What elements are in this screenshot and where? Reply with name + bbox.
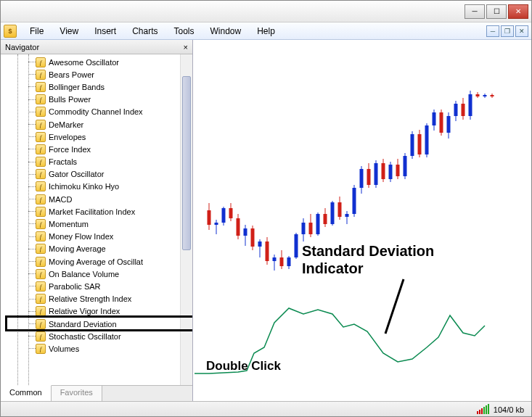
indicator-item[interactable]: fMomentum: [1, 218, 192, 230]
svg-rect-39: [345, 214, 349, 217]
indicator-item[interactable]: fForce Index: [1, 143, 192, 155]
svg-rect-17: [266, 241, 269, 261]
indicator-item[interactable]: fVolumes: [1, 342, 192, 355]
indicator-icon: f: [36, 344, 46, 354]
indicator-icon: f: [36, 281, 46, 292]
menu-file[interactable]: File: [22, 25, 51, 38]
svg-rect-75: [476, 94, 480, 96]
menu-view[interactable]: View: [52, 25, 86, 38]
indicator-item[interactable]: fMoving Average: [1, 243, 192, 255]
svg-rect-41: [353, 188, 356, 214]
indicator-label: Bears Power: [49, 70, 94, 79]
indicator-label: Fractals: [49, 157, 77, 166]
indicator-label: Moving Average: [49, 244, 106, 253]
indicator-icon: f: [36, 169, 46, 179]
maximize-button[interactable]: ☐: [486, 4, 507, 19]
indicator-label: Market Facilitation Index: [49, 207, 135, 216]
indicator-item[interactable]: fBollinger Bands: [1, 80, 192, 93]
indicator-label: Awesome Oscillator: [49, 58, 119, 67]
indicator-item[interactable]: fRelative Vigor Index: [1, 305, 192, 318]
svg-rect-27: [302, 223, 306, 234]
minimize-button[interactable]: ─: [465, 4, 485, 19]
status-bar: 104/0 kb: [1, 401, 531, 417]
svg-rect-73: [469, 94, 472, 116]
indicator-label: On Balance Volume: [49, 270, 119, 278]
menu-bar: $ File View Insert Charts Tools Window H…: [1, 22, 531, 40]
tab-common[interactable]: Common: [1, 385, 52, 401]
svg-rect-49: [382, 163, 385, 179]
svg-rect-47: [375, 163, 378, 185]
indicator-icon: f: [36, 269, 46, 279]
indicator-icon: f: [36, 244, 46, 254]
indicator-label: Momentum: [49, 220, 89, 228]
indicator-icon: f: [36, 306, 46, 316]
mdi-restore-button[interactable]: ❐: [501, 25, 514, 37]
indicator-item[interactable]: fCommodity Channel Index: [1, 106, 192, 118]
navigator-scrollbar[interactable]: [180, 54, 192, 385]
indicator-item[interactable]: fMoving Average of Oscillat: [1, 255, 192, 268]
svg-rect-11: [244, 228, 247, 236]
indicator-item[interactable]: fStochastic Oscillator: [1, 330, 192, 342]
tab-favorites[interactable]: Favorites: [52, 386, 102, 401]
indicator-icon: f: [36, 70, 46, 80]
svg-rect-21: [280, 257, 284, 266]
svg-rect-35: [331, 202, 335, 224]
navigator-tree[interactable]: fAwesome OscillatorfBears PowerfBollinge…: [1, 54, 192, 385]
navigator-close-icon[interactable]: ×: [184, 43, 188, 51]
indicator-item[interactable]: fFractals: [1, 156, 192, 168]
annotation-hint: Double Click: [206, 359, 281, 373]
mdi-close-button[interactable]: ✕: [515, 25, 528, 37]
indicator-item[interactable]: fIchimoku Kinko Hyo: [1, 181, 192, 193]
indicator-icon: f: [36, 257, 46, 267]
indicator-item[interactable]: fMarket Facilitation Index: [1, 205, 192, 218]
indicator-label: Volumes: [49, 344, 79, 353]
navigator-title: Navigator: [5, 43, 39, 51]
indicator-item[interactable]: fStandard Deviation: [1, 318, 192, 330]
indicator-label: Money Flow Index: [49, 232, 113, 241]
indicator-label: Force Index: [49, 145, 91, 154]
app-icon: $: [4, 25, 17, 38]
svg-rect-51: [389, 165, 393, 179]
indicator-item[interactable]: fOn Balance Volume: [1, 268, 192, 280]
svg-rect-55: [404, 156, 407, 176]
indicator-item[interactable]: fGator Oscillator: [1, 168, 192, 181]
menu-tools[interactable]: Tools: [167, 25, 202, 38]
svg-rect-69: [454, 104, 458, 116]
indicator-item[interactable]: fRelative Strength Index: [1, 293, 192, 305]
indicator-item[interactable]: fMoney Flow Index: [1, 231, 192, 243]
price-chart[interactable]: [193, 40, 531, 401]
menu-help[interactable]: Help: [250, 25, 282, 38]
mdi-minimize-button[interactable]: ─: [486, 25, 499, 37]
indicator-item[interactable]: fParabolic SAR: [1, 280, 192, 292]
indicator-item[interactable]: fEnvelopes: [1, 131, 192, 143]
indicator-icon: f: [36, 207, 46, 217]
indicator-icon: f: [36, 294, 46, 304]
close-button[interactable]: ✕: [508, 4, 528, 19]
indicator-item[interactable]: fBulls Power: [1, 94, 192, 106]
indicator-item[interactable]: fDeMarker: [1, 118, 192, 131]
indicator-label: Standard Deviation: [49, 320, 117, 329]
indicator-icon: f: [36, 157, 46, 167]
scrollbar-thumb[interactable]: [182, 76, 191, 250]
indicator-item[interactable]: fBears Power: [1, 68, 192, 80]
svg-rect-63: [433, 112, 436, 125]
indicator-label: Ichimoku Kinko Hyo: [49, 182, 119, 191]
window-titlebar: ─ ☐ ✕: [1, 1, 531, 22]
indicator-icon: f: [36, 194, 46, 205]
menu-insert[interactable]: Insert: [87, 25, 123, 38]
svg-rect-3: [215, 223, 218, 225]
svg-rect-9: [237, 218, 240, 236]
svg-rect-77: [483, 95, 487, 96]
navigator-header: Navigator ×: [1, 40, 192, 54]
indicator-item[interactable]: fMACD: [1, 193, 192, 205]
svg-rect-5: [222, 208, 226, 223]
menu-charts[interactable]: Charts: [125, 25, 165, 38]
indicator-label: Bollinger Bands: [49, 83, 105, 91]
svg-rect-1: [208, 210, 211, 225]
menu-window[interactable]: Window: [203, 25, 249, 38]
svg-rect-23: [287, 257, 291, 266]
indicator-item[interactable]: fAwesome Oscillator: [1, 56, 192, 68]
svg-rect-19: [273, 257, 277, 261]
annotation-title: Standard Deviation: [302, 243, 434, 260]
chart-area[interactable]: Standard Deviation Indicator Double Clic…: [193, 40, 531, 401]
